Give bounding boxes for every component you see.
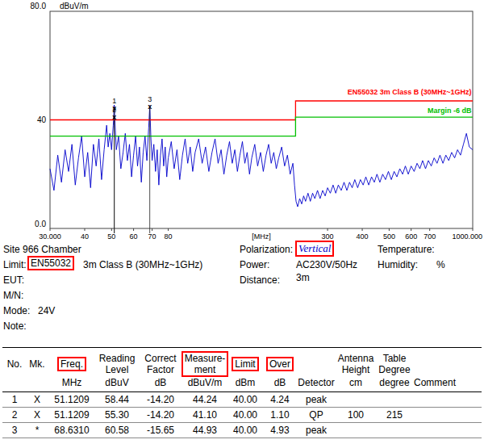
- table-cell: 55.30: [96, 409, 138, 421]
- table-cell: 40.00: [227, 394, 264, 405]
- x-tick-label: 30.000: [39, 232, 61, 241]
- x-tick-label: 400: [357, 232, 369, 241]
- y-axis-unit-label: dBuV/m: [60, 2, 89, 10]
- column-header-over: Over: [264, 351, 296, 377]
- column-header-reading: ReadingLevel: [96, 351, 138, 377]
- y-tick-label: 0.0: [35, 220, 46, 228]
- y-tick-label: 80.0: [31, 2, 47, 10]
- column-header-limit: Limit: [227, 351, 264, 377]
- humidity-unit: %: [436, 259, 445, 270]
- x-axis-unit-label: [MHz]: [252, 232, 271, 241]
- column-header-freq: Freq.: [48, 351, 96, 377]
- limit-description: 3m Class B (30MHz~1GHz): [83, 259, 202, 270]
- column-unit: degree: [375, 378, 414, 388]
- marker-x-glyph: x: [112, 113, 116, 121]
- header-text: Height: [342, 364, 370, 375]
- header-text: Correct: [144, 353, 176, 364]
- table-cell: -14.20: [138, 409, 183, 421]
- power-label: Power:: [240, 259, 269, 270]
- header-text: Reading: [99, 353, 136, 364]
- column-header-mk: Mk.: [27, 351, 48, 377]
- mn-label: M/N:: [3, 290, 23, 301]
- x-tick-label: 40: [81, 232, 89, 241]
- table-cell: 41.10: [183, 409, 227, 421]
- table-cell: 51.1209: [48, 394, 96, 405]
- table-cell: X: [27, 394, 48, 405]
- column-unit: Detector: [296, 378, 336, 388]
- polarization-label: Polarization:: [240, 244, 293, 255]
- header-text: Factor: [147, 364, 174, 375]
- table-cell: -15.65: [138, 425, 183, 436]
- column-header-comment: [414, 351, 454, 377]
- distance-value: 3m: [296, 272, 310, 283]
- column-header-no: No.: [2, 351, 27, 377]
- column-unit: [2, 378, 27, 388]
- table-cell: 4.24: [264, 394, 296, 405]
- table-body: 1X51.120958.44-14.2044.2440.004.24peak2X…: [2, 392, 482, 438]
- table-cell: peak: [296, 425, 336, 436]
- column-unit: dBuV: [96, 378, 138, 388]
- table-units-row: MHzdBuVdBdBuV/mdBmdBDetectorcmdegreeComm…: [2, 377, 482, 392]
- x-tick-label: 500: [383, 232, 395, 241]
- table-cell: 215: [375, 409, 414, 421]
- column-unit: dBm: [227, 378, 264, 388]
- header-text: No.: [7, 358, 23, 370]
- column-unit: Comment: [414, 378, 454, 388]
- marker-number-label: 3: [148, 95, 152, 103]
- column-header-antenna: AntennaHeight: [336, 351, 375, 377]
- x-tick-label: 60: [130, 232, 138, 241]
- x-tick-label: 300: [322, 232, 334, 241]
- header-text: Antenna: [338, 353, 374, 364]
- x-tick-label: 50: [107, 232, 115, 241]
- results-table: No.Mk.Freq.ReadingLevelCorrectFactorMeas…: [2, 347, 482, 438]
- table-cell: 68.6310: [48, 425, 96, 436]
- distance-label: Distance:: [240, 274, 280, 286]
- column-unit: dBuV/m: [183, 378, 227, 388]
- x-tick-label: 1000.000: [452, 232, 482, 241]
- marker-x-glyph: x: [148, 103, 152, 111]
- table-cell: peak: [296, 394, 336, 405]
- column-header-correct: CorrectFactor: [138, 351, 183, 377]
- power-value: AC230V/50Hz: [296, 259, 357, 270]
- margin-line-label: Margin -6 dB: [428, 107, 472, 115]
- table-cell: QP: [296, 409, 336, 421]
- table-cell: 40.00: [227, 409, 264, 421]
- y-tick-label: 40: [37, 115, 47, 124]
- x-tick-label: 80: [165, 232, 173, 241]
- site-text: Site 966 Chamber: [3, 244, 81, 255]
- column-header-table: TableDegree: [375, 351, 414, 377]
- table-cell: 51.1209: [48, 409, 96, 421]
- header-text: Over: [266, 357, 294, 371]
- eut-label: EUT:: [3, 274, 24, 286]
- marker-number-label: 2: [112, 106, 116, 114]
- column-unit: MHz: [48, 378, 96, 388]
- table-row: 2X51.120955.30-14.2041.1040.001.10QP1002…: [2, 408, 482, 423]
- table-cell: 100: [336, 409, 375, 421]
- header-text: Level: [106, 364, 129, 375]
- column-unit: dB: [264, 378, 296, 388]
- table-header-row: No.Mk.Freq.ReadingLevelCorrectFactorMeas…: [2, 347, 482, 377]
- header-text: Limit: [232, 357, 258, 371]
- table-cell: 1.10: [264, 409, 296, 421]
- table-cell: 60.58: [96, 425, 138, 436]
- header-text: ment: [194, 364, 216, 375]
- table-cell: 44.24: [183, 394, 227, 405]
- header-text: Freq.: [57, 357, 86, 371]
- column-unit: [27, 378, 48, 388]
- table-cell: 4.93: [264, 425, 296, 436]
- x-tick-label: 600: [405, 232, 417, 241]
- table-cell: X: [27, 409, 48, 421]
- limit-line-label: EN55032 3m Class B (30MHz~1GHz): [348, 88, 472, 96]
- x-tick-label: 700: [424, 232, 436, 241]
- table-row: 1X51.120958.44-14.2044.2440.004.24peak: [2, 392, 482, 408]
- limit-label: Limit:: [3, 259, 27, 270]
- limit-standard: EN55032: [27, 256, 74, 270]
- header-text: Measure-: [185, 353, 226, 364]
- table-cell: 44.93: [183, 425, 227, 436]
- humidity-label: Humidity:: [378, 259, 418, 270]
- emi-spectrum-chart: 80.0400.0dBuV/m30.0004050607080300400500…: [0, 0, 484, 242]
- column-unit: cm: [336, 378, 375, 388]
- table-cell: 2: [2, 409, 27, 421]
- table-row: 3*68.631060.58-15.6544.9340.004.93peak: [2, 423, 482, 438]
- table-cell: 1: [2, 394, 27, 405]
